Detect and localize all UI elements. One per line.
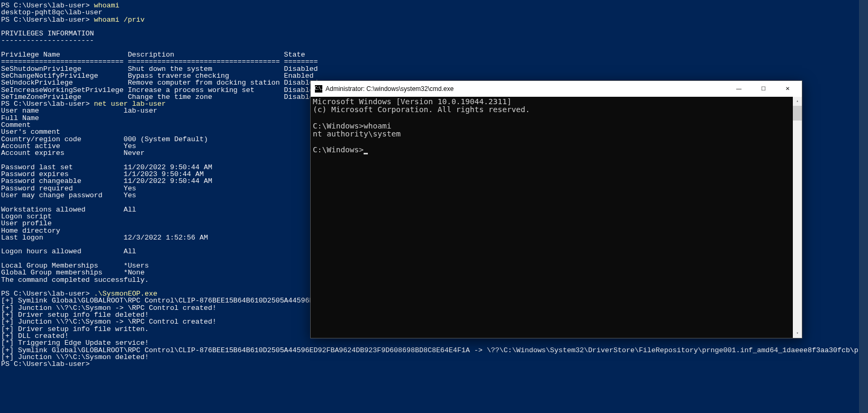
user-line: Account expires Never	[1, 149, 144, 157]
cmd-icon: C:\.	[315, 85, 322, 93]
cmd-body[interactable]: Microsoft Windows [Version 10.0.19044.23…	[311, 97, 802, 338]
scroll-thumb[interactable]	[793, 106, 802, 121]
maximize-button[interactable]: ☐	[751, 81, 775, 97]
scroll-up-icon[interactable]: ▴	[793, 97, 802, 106]
ps-prompt-2: PS C:\Users\lab-user>	[1, 16, 94, 24]
cmd-line-2: nt authority\system	[313, 130, 401, 138]
cmd-window[interactable]: C:\. Administrator: C:\windows\system32\…	[310, 80, 802, 338]
close-button[interactable]: ✕	[775, 81, 800, 97]
cmd-line-3: C:\Windows>	[313, 145, 364, 154]
cmd-banner-2: (c) Microsoft Corporation. All rights re…	[313, 105, 530, 114]
user-line: Logon hours allowed All	[1, 247, 136, 255]
minimize-button[interactable]: —	[727, 81, 751, 97]
cmd-banner-1: Microsoft Windows [Version 10.0.19044.23…	[313, 97, 511, 106]
user-line: The command completed successfully.	[1, 276, 149, 284]
scroll-down-icon[interactable]: ▾	[793, 329, 802, 338]
main-scrollbar[interactable]	[859, 0, 868, 413]
ps-prompt-5: PS C:\Users\lab-user>	[1, 360, 90, 368]
user-line: Last logon 12/3/2022 1:52:56 AM	[1, 234, 208, 242]
cmd-scrollbar[interactable]: ▴ ▾	[793, 97, 802, 338]
scroll-track[interactable]	[793, 106, 802, 329]
ps-cmd-2: whoami /priv	[94, 16, 145, 24]
cmd-title-text: Administrator: C:\windows\system32\cmd.e…	[326, 86, 727, 92]
cmd-cursor	[364, 153, 368, 154]
user-line: User may change password Yes	[1, 191, 136, 199]
cmd-line-1: C:\Windows>whoami	[313, 122, 391, 130]
cmd-titlebar[interactable]: C:\. Administrator: C:\windows\system32\…	[311, 81, 802, 97]
priv-underline: ----------------------	[1, 36, 94, 44]
